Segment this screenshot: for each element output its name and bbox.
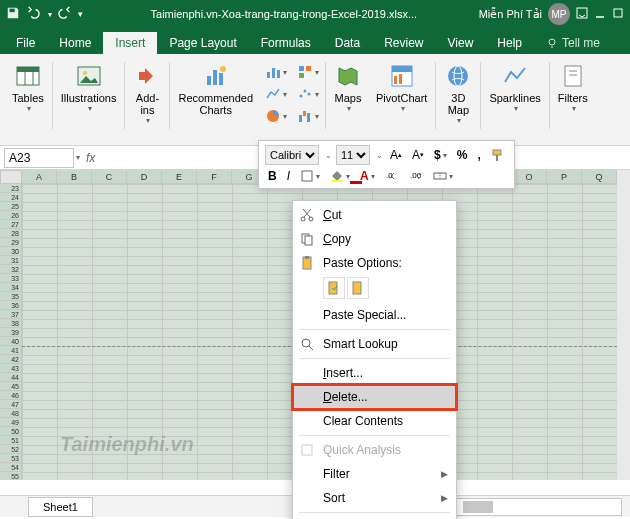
sparklines-button[interactable]: Sparklines▾ (483, 58, 546, 145)
ctx-insert[interactable]: Insert... (293, 361, 456, 385)
row-header[interactable]: 45 (0, 382, 22, 391)
tab-tellme[interactable]: Tell me (534, 32, 612, 54)
pivotchart-button[interactable]: PivotChart▾ (370, 58, 433, 145)
format-painter-icon[interactable] (488, 147, 508, 163)
filters-button[interactable]: Filters▾ (552, 58, 594, 145)
line-chart-icon[interactable]: ▾ (261, 84, 291, 104)
col-header-O[interactable]: O (512, 170, 547, 184)
minimize-icon[interactable] (594, 7, 606, 21)
ctx-insert-comment[interactable]: Insert Comment (293, 515, 456, 519)
row-header[interactable]: 32 (0, 265, 22, 274)
save-icon[interactable] (6, 6, 20, 22)
col-header-P[interactable]: P (547, 170, 582, 184)
row-header[interactable]: 55 (0, 472, 22, 480)
size-dropdown-icon[interactable]: ⌄ (376, 151, 383, 160)
merge-icon[interactable]: ▾ (430, 168, 456, 184)
qat-customize-icon[interactable]: ▾ (78, 9, 83, 19)
row-header[interactable]: 31 (0, 256, 22, 265)
ctx-filter[interactable]: Filter▶ (293, 462, 456, 486)
ctx-clear-contents[interactable]: Clear Contents (293, 409, 456, 433)
name-box[interactable] (4, 148, 74, 168)
sheet-tab-1[interactable]: Sheet1 (28, 497, 93, 517)
avatar[interactable]: MP (548, 3, 570, 25)
ctx-delete[interactable]: Delete... (293, 385, 456, 409)
tab-help[interactable]: Help (485, 32, 534, 54)
col-header-D[interactable]: D (127, 170, 162, 184)
row-header[interactable]: 28 (0, 229, 22, 238)
row-header[interactable]: 42 (0, 355, 22, 364)
addins-button[interactable]: Add- ins▾ (127, 58, 167, 145)
decrease-font-icon[interactable]: A▾ (409, 147, 427, 163)
font-dropdown-icon[interactable]: ⌄ (325, 151, 332, 160)
tab-data[interactable]: Data (323, 32, 372, 54)
pie-chart-icon[interactable]: ▾ (261, 106, 291, 126)
row-header[interactable]: 46 (0, 391, 22, 400)
row-header[interactable]: 26 (0, 211, 22, 220)
row-header[interactable]: 27 (0, 220, 22, 229)
col-header-B[interactable]: B (57, 170, 92, 184)
illustrations-button[interactable]: Illustrations▾ (55, 58, 123, 145)
3d-map-button[interactable]: 3D Map▾ (438, 58, 478, 145)
increase-decimal-icon[interactable]: .00 (406, 168, 426, 184)
row-header[interactable]: 34 (0, 283, 22, 292)
maps-button[interactable]: Maps▾ (328, 58, 368, 145)
ctx-smart-lookup[interactable]: Smart Lookup (293, 332, 456, 356)
col-header-A[interactable]: A (22, 170, 57, 184)
namebox-dropdown-icon[interactable]: ▾ (76, 153, 80, 162)
row-header[interactable]: 33 (0, 274, 22, 283)
paste-option-2[interactable] (347, 277, 369, 299)
fx-icon[interactable]: fx (86, 151, 95, 165)
row-header[interactable]: 25 (0, 202, 22, 211)
ribbon-options-icon[interactable] (576, 7, 588, 21)
fontsize-select[interactable]: 11 (336, 145, 370, 165)
row-header[interactable]: 47 (0, 400, 22, 409)
maximize-icon[interactable] (612, 7, 624, 21)
undo-dropdown-icon[interactable]: ▾ (48, 10, 52, 19)
row-header[interactable]: 54 (0, 463, 22, 472)
font-select[interactable]: Calibri (265, 145, 319, 165)
recommended-charts-button[interactable]: Recommended Charts (172, 58, 259, 145)
row-header[interactable]: 35 (0, 292, 22, 301)
col-header-Q[interactable]: Q (582, 170, 617, 184)
comma-icon[interactable]: , (474, 147, 483, 163)
increase-font-icon[interactable]: A▴ (387, 147, 405, 163)
ctx-paste-special[interactable]: Paste Special... (293, 303, 456, 327)
row-header[interactable]: 50 (0, 427, 22, 436)
ctx-cut[interactable]: Cut (293, 203, 456, 227)
row-header[interactable]: 37 (0, 310, 22, 319)
row-header[interactable]: 43 (0, 364, 22, 373)
row-header[interactable]: 38 (0, 319, 22, 328)
row-header[interactable]: 53 (0, 454, 22, 463)
ctx-sort[interactable]: Sort▶ (293, 486, 456, 510)
tables-button[interactable]: Tables▾ (6, 58, 50, 145)
col-header-C[interactable]: C (92, 170, 127, 184)
decrease-decimal-icon[interactable]: .0 (382, 168, 402, 184)
border-icon[interactable]: ▾ (297, 168, 323, 184)
ctx-copy[interactable]: Copy (293, 227, 456, 251)
tab-home[interactable]: Home (47, 32, 103, 54)
row-header[interactable]: 29 (0, 238, 22, 247)
select-all-corner[interactable] (0, 170, 22, 184)
tab-formulas[interactable]: Formulas (249, 32, 323, 54)
horizontal-scrollbar[interactable] (442, 498, 622, 516)
row-header[interactable]: 41 (0, 346, 22, 355)
row-header[interactable]: 30 (0, 247, 22, 256)
row-header[interactable]: 36 (0, 301, 22, 310)
paste-option-1[interactable] (323, 277, 345, 299)
waterfall-chart-icon[interactable]: ▾ (293, 106, 323, 126)
row-header[interactable]: 49 (0, 418, 22, 427)
tab-insert[interactable]: Insert (103, 32, 157, 54)
tab-page-layout[interactable]: Page Layout (157, 32, 248, 54)
scatter-chart-icon[interactable]: ▾ (293, 84, 323, 104)
font-color-icon[interactable]: A▾ (357, 168, 378, 184)
row-header[interactable]: 48 (0, 409, 22, 418)
tab-view[interactable]: View (436, 32, 486, 54)
row-header[interactable]: 44 (0, 373, 22, 382)
col-header-E[interactable]: E (162, 170, 197, 184)
row-headers[interactable]: 2324252627282930313233343536373839404142… (0, 184, 22, 480)
undo-icon[interactable] (26, 6, 40, 22)
percent-icon[interactable]: % (454, 147, 471, 163)
italic-icon[interactable]: I (284, 168, 293, 184)
row-header[interactable]: 52 (0, 445, 22, 454)
bar-chart-icon[interactable]: ▾ (261, 62, 291, 82)
